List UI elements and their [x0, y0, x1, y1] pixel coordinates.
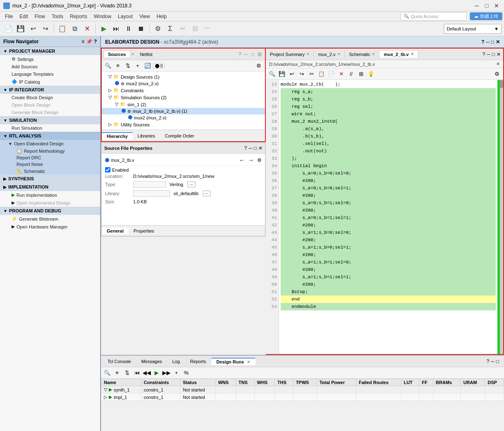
tree-item-design-sources[interactable]: ▽ 📁 Design Sources (1): [102, 73, 265, 80]
tab-schematic[interactable]: Schematic ✕: [345, 51, 380, 58]
ed-undo-button[interactable]: ↩: [287, 70, 296, 79]
bt-search-button[interactable]: 🔍: [103, 368, 112, 377]
tab-messages[interactable]: Messages: [136, 358, 167, 365]
stop-button[interactable]: ⏹: [135, 23, 147, 35]
tab-sources-close[interactable]: ✕: [130, 52, 135, 56]
nav-item-report-drc[interactable]: Report DRC: [3, 154, 100, 161]
table-row[interactable]: ▽ ▶ synth_1 constrs_1 Not started: [101, 386, 504, 394]
nav-item-add-sources[interactable]: Add Sources: [3, 63, 100, 70]
sfp-tab-properties[interactable]: Properties: [129, 228, 159, 234]
bottom-maximize-icon[interactable]: □: [496, 359, 499, 364]
editor-maximize-icon[interactable]: □: [492, 51, 495, 57]
sources-maximize-icon[interactable]: □: [250, 51, 256, 57]
sfp-type-input[interactable]: [133, 181, 166, 188]
redo-button[interactable]: ↪: [40, 23, 51, 35]
flow-nav-collapse-icon[interactable]: ≡: [82, 39, 84, 44]
nav-item-generate-bitstream[interactable]: ⚡ Generate Bitstream: [3, 215, 100, 223]
maximize-button[interactable]: □: [483, 2, 491, 10]
sfp-tab-general[interactable]: General: [102, 228, 129, 234]
src-add-button[interactable]: +: [133, 61, 142, 70]
src-expand-all-button[interactable]: ⇅: [123, 61, 132, 70]
menu-flow[interactable]: Flow: [31, 13, 48, 20]
nav-item-report-noise[interactable]: Report Noise: [3, 161, 100, 168]
tree-item-simulation-sources[interactable]: ▽ 📁 Simulation Sources (2): [102, 94, 265, 101]
editor-help-icon[interactable]: ?: [483, 51, 485, 57]
bt-add-button[interactable]: +: [172, 368, 181, 377]
sfp-library-more-icon[interactable]: ···: [203, 191, 211, 196]
sfp-controls[interactable]: ? ─ □ ✕: [244, 145, 263, 151]
sfp-type-more-icon[interactable]: ···: [188, 182, 195, 187]
tab-sources[interactable]: Sources: [103, 51, 130, 58]
waveform-button[interactable]: 〰: [202, 23, 213, 35]
ed-copy-button[interactable]: 📋: [317, 70, 326, 79]
section-header-project-manager[interactable]: ▼ PROJECT MANAGER: [0, 47, 100, 55]
maximize-icon[interactable]: □: [491, 39, 494, 45]
bottom-help-icon[interactable]: ?: [487, 359, 490, 364]
code-area[interactable]: 2324252627282930313233343536373839404142…: [266, 80, 503, 354]
ed-delete-button[interactable]: ✕: [337, 70, 346, 79]
menu-file[interactable]: File: [2, 13, 16, 20]
flow-nav-pin-icon[interactable]: 📌: [86, 39, 92, 44]
nav-item-open-hardware-manager[interactable]: ▶ Open Hardware Manager: [3, 223, 100, 231]
flow-nav-help-icon[interactable]: ?: [94, 39, 97, 44]
copy-button[interactable]: 📋: [56, 23, 68, 35]
sfp-minimize-icon[interactable]: ─: [248, 145, 252, 151]
tab-mux2v-close[interactable]: ✕: [337, 52, 340, 56]
section-header-simulation[interactable]: ▼ SIMULATION: [0, 116, 100, 124]
nav-item-generate-block-design[interactable]: Generate Block Design: [3, 109, 100, 116]
tree-item-sim1[interactable]: ▽ 📁 sim_1 (2): [102, 101, 265, 108]
nav-item-create-block-design[interactable]: Create Block Design: [3, 94, 100, 101]
minimize-icon[interactable]: ─: [486, 39, 490, 45]
tree-item-mux2-inner[interactable]: mux2 (mux_2.v): [102, 114, 265, 121]
nav-item-run-simulation[interactable]: Run Simulation: [3, 124, 100, 132]
src-settings-button[interactable]: ⚙: [254, 61, 263, 70]
quick-access-box[interactable]: 🔍 Quick Access: [401, 12, 466, 21]
tree-item-constraints[interactable]: ▷ 📁 Constraints: [102, 87, 265, 94]
editor-close-file-icon[interactable]: ✕: [496, 61, 500, 67]
tab-mux2tbv[interactable]: mux_2_tb.v ✕: [380, 51, 418, 58]
sum-button[interactable]: Σ: [164, 23, 176, 35]
nav-item-report-methodology[interactable]: 📋 Report Methodology: [3, 147, 100, 154]
sfp-close-icon[interactable]: ✕: [258, 145, 263, 151]
bt-first-button[interactable]: ⏮: [132, 368, 141, 377]
src-search-button[interactable]: 🔍: [103, 61, 113, 70]
editor-minimize-icon[interactable]: ─: [487, 51, 490, 57]
section-header-program-debug[interactable]: ▼ PROGRAM AND DEBUG: [0, 207, 100, 215]
elaborated-header-controls[interactable]: ? ─ □ ✕: [481, 39, 500, 45]
nav-item-language-templates[interactable]: Language Templates: [3, 70, 100, 78]
bt-collapse-button[interactable]: ≡: [113, 368, 122, 377]
upload-button[interactable]: ☁ 拍摄上传: [470, 12, 502, 20]
pause-button[interactable]: ⏸: [123, 23, 134, 35]
tab-log[interactable]: Log: [167, 358, 185, 365]
delete-button[interactable]: ✕: [81, 23, 93, 35]
sources-expand-icon[interactable]: ⊞: [256, 51, 263, 57]
new-button[interactable]: 📄: [2, 23, 14, 35]
sfp-library-input[interactable]: [133, 190, 170, 197]
nav-item-open-implemented-design[interactable]: ▶ Open Implemented Design: [3, 199, 100, 207]
tree-item-mux2tb[interactable]: ⚙ mux_2_tb (mux_2_tb.v) (1): [102, 108, 265, 114]
sfp-enabled-checkbox[interactable]: [105, 167, 110, 172]
nav-item-open-block-design[interactable]: Open Block Design: [3, 101, 100, 109]
ed-redo-button[interactable]: ↪: [297, 70, 306, 79]
bt-percent-button[interactable]: %: [182, 368, 191, 377]
ed-table-button[interactable]: ⊞: [356, 70, 366, 79]
nav-item-open-elaborated-design[interactable]: ▼ Open Elaborated Design: [3, 140, 100, 147]
minimize-button[interactable]: ─: [473, 2, 481, 10]
settings-button[interactable]: ⚙: [152, 23, 164, 35]
nav-item-settings[interactable]: ⚙ Settings: [3, 55, 100, 63]
help-icon[interactable]: ?: [481, 39, 484, 45]
tab-reports[interactable]: Reports: [185, 358, 211, 365]
sfp-maximize-icon[interactable]: □: [254, 145, 257, 151]
sources-help-icon[interactable]: ?: [237, 51, 243, 57]
nav-item-run-implementation[interactable]: ▶ Run Implementation: [3, 191, 100, 199]
window-controls[interactable]: ─ □ ✕: [473, 2, 501, 10]
tab-tcl-console[interactable]: Tcl Console: [103, 358, 136, 365]
tab-design-runs-close[interactable]: ✕: [247, 360, 250, 364]
tab-mux2tbv-close[interactable]: ✕: [410, 52, 414, 56]
tab-project-summary[interactable]: Project Summary ✕: [266, 51, 314, 58]
menu-edit[interactable]: Edit: [16, 13, 31, 20]
layout-dropdown[interactable]: Default Layout ▼: [444, 24, 502, 34]
ed-cut-button[interactable]: ✂: [307, 70, 316, 79]
menu-view[interactable]: View: [136, 13, 153, 20]
src-refresh-button[interactable]: 🔄: [143, 61, 152, 70]
